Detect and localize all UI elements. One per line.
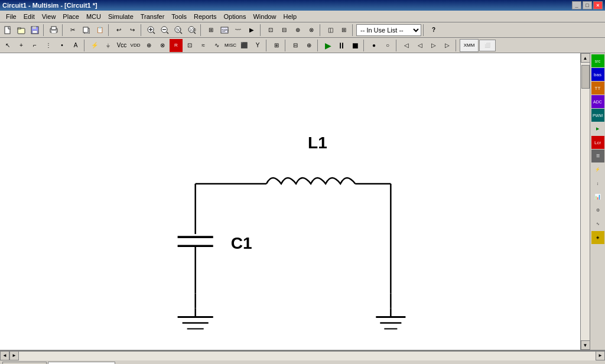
comp-misc[interactable]: ☰: [591, 150, 604, 162]
sim-tool6[interactable]: ▷: [441, 39, 454, 52]
hscroll-track[interactable]: [19, 352, 596, 360]
tool12[interactable]: ⊞: [337, 24, 350, 37]
help-button[interactable]: ?: [427, 24, 440, 37]
scroll-left-button[interactable]: ◄: [0, 351, 9, 360]
comp-basic[interactable]: bas: [591, 68, 604, 81]
oscilloscope-button[interactable]: ⬜: [479, 40, 496, 51]
sim-tool5[interactable]: ▷: [427, 39, 440, 52]
spice-button[interactable]: SPICE: [218, 24, 231, 37]
component-place[interactable]: +: [15, 39, 28, 52]
tool11[interactable]: ◫: [324, 24, 337, 37]
misc6[interactable]: ∿: [210, 39, 223, 52]
power-tool[interactable]: ⚡: [88, 39, 101, 52]
comp-lcr[interactable]: Lcr: [591, 136, 604, 149]
misc2[interactable]: ⊗: [156, 39, 169, 52]
scroll-up-button[interactable]: ▲: [581, 53, 590, 63]
redo-button[interactable]: ↪: [126, 24, 139, 37]
scroll-thumb[interactable]: [581, 65, 590, 89]
misc3[interactable]: R: [170, 39, 183, 52]
misc10[interactable]: ⊞: [270, 39, 283, 52]
new-button[interactable]: [1, 24, 14, 37]
vertical-scrollbar[interactable]: ▲ ▼: [580, 53, 590, 350]
comp-power[interactable]: ⚡: [591, 163, 604, 176]
comp-extra[interactable]: ◈: [591, 231, 604, 244]
stop-button[interactable]: ⏹: [349, 39, 362, 52]
tool8[interactable]: ⊟: [278, 24, 291, 37]
misc1[interactable]: ⊕: [142, 39, 155, 52]
menu-tools[interactable]: Tools: [168, 12, 190, 21]
pointer-tool[interactable]: ↖: [1, 39, 14, 52]
tool7[interactable]: ⊡: [264, 24, 277, 37]
junction-tool[interactable]: •: [56, 39, 69, 52]
comp-sources[interactable]: src: [591, 54, 604, 67]
comp-adc[interactable]: ADC: [591, 95, 604, 108]
menu-mcu[interactable]: MCU: [83, 12, 105, 21]
paste-button[interactable]: 📋: [93, 24, 106, 37]
save-button[interactable]: [28, 24, 41, 37]
sim-tool1[interactable]: ●: [367, 39, 380, 52]
tab-osclador[interactable]: osclador LC ST: [48, 362, 116, 364]
zoom-in-button[interactable]: [145, 24, 158, 37]
tab-circuit1[interactable]: Circuit1 * ✕: [2, 362, 47, 364]
component-button[interactable]: ⊞: [204, 24, 217, 37]
menu-file[interactable]: File: [2, 12, 20, 21]
misc12[interactable]: ⊕: [302, 39, 315, 52]
sim-tool2[interactable]: ○: [381, 39, 394, 52]
menu-place[interactable]: Place: [59, 12, 83, 21]
tool9[interactable]: ⊕: [291, 24, 304, 37]
menu-reports[interactable]: Reports: [190, 12, 220, 21]
menu-window[interactable]: Window: [249, 12, 279, 21]
nav-right-panel[interactable]: ►: [596, 351, 605, 360]
wire-tool[interactable]: ⌐: [28, 39, 41, 52]
vdd-tool[interactable]: VDD: [129, 39, 142, 52]
canvas-area[interactable]: L1 C1: [0, 53, 580, 350]
sim-tool4[interactable]: ◁: [414, 39, 427, 52]
bus-tool[interactable]: ⋮: [42, 39, 55, 52]
tool10[interactable]: ⊗: [305, 24, 318, 37]
comp-settings[interactable]: ⚙: [591, 204, 604, 217]
misc11[interactable]: ⊟: [289, 39, 302, 52]
copy-button[interactable]: [80, 24, 93, 37]
comp-play[interactable]: ▶: [591, 122, 604, 135]
menu-simulate[interactable]: Simulate: [105, 12, 137, 21]
scroll-down-button[interactable]: ▼: [581, 340, 590, 350]
print-button[interactable]: [47, 24, 60, 37]
menu-transfer[interactable]: Transfer: [137, 12, 168, 21]
menu-options[interactable]: Options: [220, 12, 250, 21]
misc4[interactable]: ⊡: [183, 39, 196, 52]
misc7[interactable]: MISC: [224, 39, 237, 52]
vcc-tool[interactable]: Vcc: [115, 39, 128, 52]
label-tool[interactable]: A: [69, 39, 82, 52]
misc5[interactable]: ≈: [197, 39, 210, 52]
zoom100-button[interactable]: 100: [186, 24, 199, 37]
sim-button[interactable]: ▶: [245, 24, 258, 37]
ground-tool[interactable]: ⏚: [102, 39, 115, 52]
minimize-button[interactable]: _: [572, 1, 581, 9]
misc9[interactable]: Y: [251, 39, 264, 52]
close-button[interactable]: ×: [593, 1, 603, 9]
scroll-right-button[interactable]: ►: [9, 351, 19, 360]
comp-measure[interactable]: ↕: [591, 177, 604, 190]
misc8[interactable]: ⬛: [238, 39, 251, 52]
in-use-list-dropdown[interactable]: -- In Use List --: [356, 24, 421, 36]
run-button[interactable]: ▶: [321, 39, 334, 52]
undo-button[interactable]: ↩: [112, 24, 125, 37]
multimeter-button[interactable]: XMM: [460, 39, 479, 52]
comp-chart[interactable]: 📊: [591, 190, 604, 203]
comp-diodes[interactable]: TT: [591, 82, 604, 95]
comp-signal[interactable]: ∿: [591, 217, 604, 230]
open-button[interactable]: [15, 24, 28, 37]
pause-button[interactable]: ⏸: [335, 39, 348, 52]
fit-button[interactable]: 50: [172, 24, 185, 37]
menu-view[interactable]: View: [38, 12, 60, 21]
wire-button[interactable]: 〰: [232, 24, 245, 37]
scroll-track[interactable]: [581, 63, 590, 340]
zoom-out-button[interactable]: [158, 24, 171, 37]
comp-pwm[interactable]: PWM: [591, 109, 604, 122]
menu-edit[interactable]: Edit: [20, 12, 38, 21]
maximize-button[interactable]: □: [583, 1, 592, 9]
cut-button[interactable]: ✂: [66, 24, 79, 37]
menu-help[interactable]: Help: [280, 12, 301, 21]
horizontal-scrollbar[interactable]: [19, 351, 596, 360]
sim-tool3[interactable]: ◁: [400, 39, 413, 52]
